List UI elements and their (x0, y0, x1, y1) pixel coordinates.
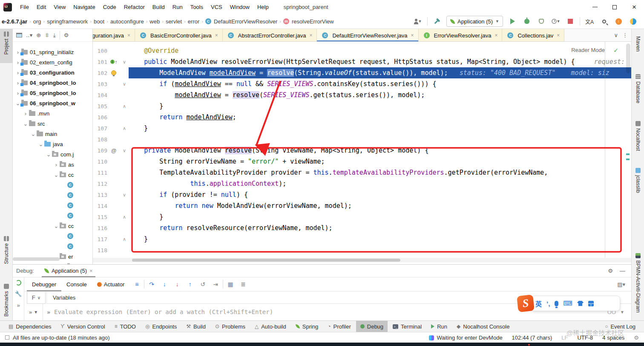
watches-expand-button[interactable]: »▼ (24, 304, 43, 320)
tree-item-06_springboot_w[interactable]: ⌄06_springboot_w (13, 98, 93, 108)
run-button[interactable] (507, 16, 518, 26)
step-out-button[interactable]: ↑ (184, 281, 196, 288)
breadcrumb-item[interactable]: e-2.6.7.jar (1, 18, 28, 25)
close-tab-icon[interactable]: × (557, 32, 560, 38)
tool-window-button-bookmarks[interactable]: Bookmarks (0, 281, 13, 324)
line-number[interactable]: 106 (93, 114, 107, 121)
reader-mode-link[interactable]: Reader Mode (571, 47, 605, 53)
tool-window-button-dependencies[interactable]: ▤Dependencies (4, 321, 55, 332)
more-options-chevrons[interactable]: » (17, 302, 20, 309)
tool-window-button-maven[interactable]: Maven (632, 32, 644, 61)
tree-item-com-j[interactable]: ⌄com.j (13, 149, 93, 159)
tree-item-04_springboot_lo[interactable]: ›04_springboot_lo (13, 78, 93, 88)
chevron-collapsed-icon[interactable]: › (15, 59, 20, 66)
translate-button[interactable]: 文A (584, 16, 595, 26)
rerun-button[interactable] (16, 280, 21, 285)
line-number[interactable]: 105 (93, 103, 107, 110)
step-into-button[interactable]: ↓ (159, 281, 170, 288)
breadcrumb-item[interactable]: springframework (46, 18, 89, 25)
project-settings-gear-icon[interactable]: ⚙ (64, 32, 69, 38)
sogou-logo-icon[interactable]: S (517, 294, 535, 312)
layout-menu-icon[interactable]: ≡ (131, 281, 142, 288)
layout-settings-icon[interactable]: ▨▾ (617, 281, 631, 288)
chevron-collapsed-icon[interactable]: › (15, 69, 20, 76)
fold-marker-icon[interactable]: ∧ (120, 104, 129, 109)
caret-position[interactable]: 102:44 (7 chars) (512, 334, 552, 341)
editor-tab-figuration-java[interactable]: Cfiguration.java× (93, 29, 135, 42)
fold-marker-icon[interactable]: ∧ (120, 214, 129, 220)
chevron-collapsed-icon[interactable]: › (15, 49, 20, 55)
tool-window-button-version-control[interactable]: ϒVersion Control (56, 321, 109, 332)
close-session-icon[interactable]: × (89, 268, 93, 274)
line-ending-indicator[interactable]: LF (561, 334, 568, 341)
menu-help[interactable]: Help (253, 0, 273, 14)
tree-item-cc[interactable]: ⌄cc (13, 221, 93, 231)
menu-file[interactable]: File (16, 0, 33, 14)
collapse-all-icon[interactable]: ⤓ (53, 32, 56, 39)
line-number[interactable]: 110 (93, 159, 107, 165)
code-line-112[interactable]: 112 this.applicationContext); (93, 178, 631, 189)
project-horizontal-scrollbar[interactable] (13, 257, 60, 261)
chevron-expanded-icon[interactable]: ⌄ (31, 131, 36, 137)
chevron-expanded-icon[interactable]: ⌄ (46, 151, 51, 158)
tree-item[interactable]: C (13, 241, 93, 251)
chevron-collapsed-icon[interactable]: › (23, 110, 28, 117)
tool-window-button-structure[interactable]: Structure (0, 234, 13, 272)
editor-horizontal-scrollbar[interactable] (132, 259, 400, 262)
line-number[interactable]: 117 (93, 236, 107, 242)
chevron-expanded-icon[interactable]: ⌄ (15, 100, 20, 107)
tool-window-button-nocalhost-console[interactable]: ◆Nocalhost Console (452, 321, 514, 332)
menu-refactor[interactable]: Refactor (120, 0, 149, 14)
debug-tab-console[interactable]: Console (61, 277, 92, 291)
code-line-114[interactable]: 114 return new ModelAndView(errorViewNam… (93, 200, 631, 211)
threads-filter-button[interactable]: ≣ (238, 281, 249, 288)
tool-window-button-problems[interactable]: ⊙Problems (211, 321, 250, 332)
breadcrumb-class[interactable]: DefaultErrorViewResolver (213, 18, 278, 25)
line-number[interactable]: 118 (93, 247, 107, 254)
code-line-106[interactable]: 106 return modelAndView; (93, 112, 631, 123)
devmode-status[interactable]: Waiting for enter DevMode (429, 334, 502, 341)
user-account-button[interactable]: ▼ (413, 16, 423, 26)
close-tab-icon[interactable]: × (494, 32, 497, 38)
line-number[interactable]: 114 (93, 203, 107, 209)
line-number[interactable]: 112 (93, 181, 107, 187)
fold-marker-icon[interactable]: ∨ (120, 59, 129, 65)
close-button[interactable]: × (624, 0, 644, 14)
close-tab-icon[interactable]: × (309, 32, 312, 38)
force-step-into-button[interactable]: ↓ (172, 281, 183, 288)
reset-frame-button[interactable]: ↺ (197, 281, 208, 288)
code-line-102[interactable]: 102 ModelAndView modelAndView = resolve(… (93, 67, 631, 78)
breadcrumb-item[interactable]: servlet (165, 18, 183, 25)
annotation-gutter-icon[interactable]: @ (111, 147, 116, 154)
tree-item-03_configuration[interactable]: ›03_configuration (13, 67, 93, 78)
ime-language-toggle[interactable]: 英 (535, 299, 542, 308)
error-stripe-mark[interactable] (626, 153, 630, 155)
line-number[interactable]: 108 (93, 136, 107, 143)
line-number[interactable]: 109 (93, 147, 107, 154)
tool-window-button-spring[interactable]: Spring (291, 321, 323, 332)
tool-window-button-database[interactable]: Database (632, 72, 644, 112)
tree-item[interactable]: C (13, 231, 93, 241)
maximize-button[interactable] (605, 0, 624, 14)
menu-view[interactable]: View (50, 0, 69, 14)
locate-file-icon[interactable]: ⊕ (36, 32, 41, 38)
code-line-116[interactable]: 116 return resolveResource(errorViewName… (93, 222, 631, 234)
tool-window-button-nocalhost[interactable]: Nocalhost (632, 118, 644, 159)
editor-tab-abstracterrorcontroller-java[interactable]: CAbstractErrorController.java× (223, 29, 317, 42)
fold-marker-icon[interactable]: ∨ (120, 148, 129, 153)
breadcrumb-method[interactable]: resolveErrorView (291, 18, 335, 25)
tool-window-button-endpoints[interactable]: ◎Endpoints (141, 321, 181, 332)
inspection-ok-icon[interactable]: ✓ (613, 47, 618, 54)
ime-menu-grid-icon[interactable] (588, 301, 594, 306)
fold-marker-icon[interactable]: ∧ (120, 236, 129, 242)
indent-indicator[interactable]: 4 spaces (602, 334, 624, 341)
stop-button[interactable] (565, 16, 575, 26)
step-over-button[interactable]: ↷ (146, 281, 157, 288)
breadcrumb-item[interactable]: autoconfigure (109, 18, 145, 25)
menu-run[interactable]: Run (169, 0, 187, 14)
breadcrumb-item[interactable]: org (32, 18, 42, 25)
gutter[interactable]: @ (107, 147, 120, 154)
fold-marker-icon[interactable]: ∧ (120, 126, 129, 131)
tool-window-button-debug[interactable]: Debug (356, 321, 388, 332)
menu-code[interactable]: Code (99, 0, 120, 14)
